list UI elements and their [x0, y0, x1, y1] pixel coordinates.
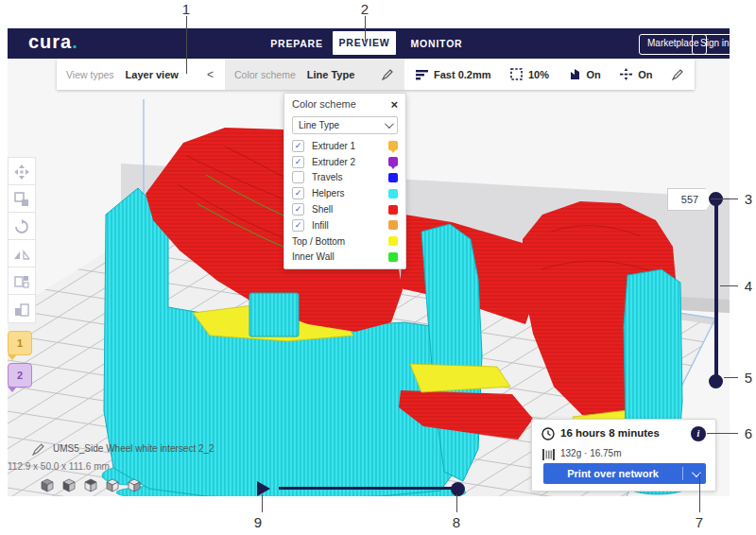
material-spool-icon [542, 449, 555, 460]
model-name[interactable]: UMS5_Side Wheel white intersect 2_2 [53, 443, 215, 454]
model-dimensions: 112.9 x 50.0 x 111.6 mm [8, 461, 110, 472]
color-swatch [388, 173, 398, 182]
color-swatch [388, 252, 398, 262]
support-setting[interactable]: On [569, 68, 601, 80]
callout-number-9: 9 [250, 514, 266, 530]
callout-number-7: 7 [692, 514, 707, 530]
clock-icon [541, 427, 555, 440]
legend-row-helpers[interactable]: ✓ Helpers [284, 185, 405, 201]
callout-number-1: 1 [179, 1, 194, 17]
info-icon[interactable]: i [691, 426, 706, 441]
callout-number-5: 5 [741, 370, 756, 386]
checkbox[interactable]: ✓ [292, 156, 304, 168]
legend-row-shell[interactable]: ✓ Shell [284, 201, 405, 217]
color-swatch [388, 189, 398, 198]
tab-prepare[interactable]: PREPARE [270, 28, 323, 59]
tool-scale-button[interactable] [8, 184, 36, 214]
callout-number-4: 4 [741, 278, 756, 294]
infill-setting[interactable]: 10% [510, 68, 549, 80]
legend-row-top-bottom: Top / Bottom [284, 233, 405, 250]
adhesion-icon [620, 68, 632, 80]
checkbox[interactable]: ✓ [292, 187, 304, 199]
legend-row-inner-wall: Inner Wall [284, 250, 405, 266]
color-swatch [388, 236, 398, 246]
path-slider-track[interactable] [279, 487, 457, 490]
view-types-label: View types [66, 69, 114, 80]
scale-icon [14, 192, 29, 207]
material-usage-estimate: 132g · 16.75m [560, 448, 622, 458]
color-swatch [388, 157, 398, 166]
print-job-panel: 16 hours 8 minutes 132g · 16.75m i Print… [531, 419, 716, 492]
callout-line-1 [186, 16, 187, 74]
callout-number-6: 6 [741, 425, 756, 441]
view-top-icon[interactable] [83, 478, 98, 492]
view-right-icon[interactable] [127, 478, 142, 492]
support-icon [569, 68, 581, 80]
view-types-selector[interactable]: View types Layer view < [57, 59, 225, 90]
support-blocker-icon [14, 302, 29, 317]
camera-view-presets [40, 478, 142, 492]
preview-toolbar: View types Layer view < Color scheme Lin… [57, 59, 695, 90]
mirror-icon [14, 247, 29, 262]
path-slider-handle[interactable] [451, 482, 465, 496]
color-scheme-selector[interactable]: Color scheme Line Type [225, 59, 404, 90]
line-type-dropdown[interactable]: Line Type [292, 116, 398, 134]
checkbox[interactable] [292, 171, 304, 183]
color-scheme-label: Color scheme [234, 69, 296, 80]
callout-line-6 [707, 433, 738, 434]
view-types-value: Layer view [126, 69, 179, 80]
view-3d-icon[interactable] [40, 478, 55, 492]
color-swatch [388, 205, 398, 215]
callout-line-7 [699, 474, 700, 512]
color-swatch [388, 141, 398, 150]
edit-settings-pencil-icon[interactable] [672, 68, 683, 80]
layer-number-tooltip: 557 [667, 188, 713, 211]
tool-rotate-button[interactable] [8, 212, 36, 241]
callout-line-5 [724, 377, 738, 378]
checkbox[interactable]: ✓ [292, 140, 304, 152]
extruder-2-badge[interactable]: 2 [8, 363, 32, 388]
edit-pencil-icon[interactable] [382, 68, 393, 81]
color-scheme-popup: Color scheme × Line Type ✓ Extruder 1 ✓ … [284, 93, 406, 269]
chevron-down-icon [385, 119, 394, 129]
tool-mirror-button[interactable] [8, 239, 36, 268]
tool-support-blocker-button[interactable] [8, 294, 36, 323]
color-scheme-value: Line Type [307, 69, 355, 80]
move-icon [14, 164, 29, 180]
print-time-estimate: 16 hours 8 minutes [560, 427, 660, 439]
legend-row-extruder1[interactable]: ✓ Extruder 1 [284, 138, 405, 154]
view-left-icon[interactable] [105, 478, 120, 492]
collapse-chevron-icon[interactable]: < [207, 68, 214, 81]
play-button[interactable] [257, 481, 270, 496]
checkbox[interactable]: ✓ [292, 203, 304, 216]
tool-move-button[interactable] [8, 157, 36, 186]
callout-number-3: 3 [741, 191, 756, 207]
legend-row-extruder2[interactable]: ✓ Extruder 2 [284, 154, 405, 170]
view-front-icon[interactable] [61, 478, 77, 492]
extruder-1-badge[interactable]: 1 [8, 331, 32, 355]
layer-slider-track[interactable] [714, 198, 718, 381]
rename-pencil-icon[interactable] [32, 442, 44, 459]
sign-in-button[interactable]: Sign in [692, 34, 738, 55]
cura-preview-screenshot: ker [0, 0, 756, 535]
extruder-2-badge-tail [8, 387, 17, 392]
close-icon[interactable]: × [390, 97, 398, 112]
checkbox[interactable]: ✓ [292, 219, 304, 232]
per-model-settings-icon [14, 274, 29, 289]
callout-line-8 [456, 494, 457, 512]
legend-row-travels[interactable]: Travels [284, 170, 405, 186]
layer-slider-bottom-handle[interactable] [709, 374, 723, 388]
callout-number-8: 8 [449, 514, 464, 530]
chevron-down-icon[interactable] [683, 468, 706, 479]
legend-row-infill[interactable]: ✓ Infill [284, 217, 405, 233]
rotate-icon [14, 219, 29, 234]
profile-setting[interactable]: Fast 0.2mm [416, 69, 491, 80]
print-over-network-button[interactable]: Print over network [543, 463, 706, 484]
print-settings-summary[interactable]: Fast 0.2mm 10% On On [404, 59, 695, 90]
tool-per-model-settings-button[interactable] [8, 267, 36, 296]
layers-icon [416, 69, 428, 80]
cura-logo: cura. [28, 31, 78, 53]
adhesion-setting[interactable]: On [620, 68, 652, 80]
tab-monitor[interactable]: MONITOR [408, 28, 465, 59]
logo-dot: . [72, 31, 78, 52]
